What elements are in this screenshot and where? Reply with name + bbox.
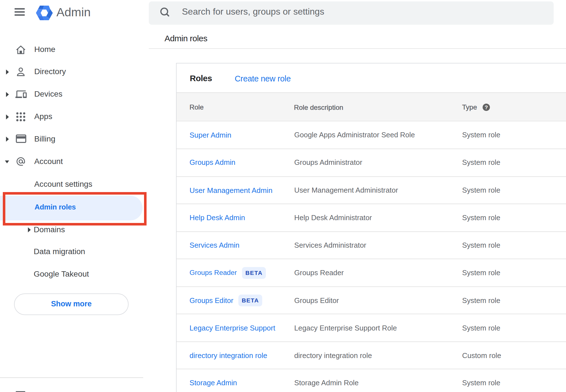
svg-text:?: ?	[485, 104, 488, 110]
